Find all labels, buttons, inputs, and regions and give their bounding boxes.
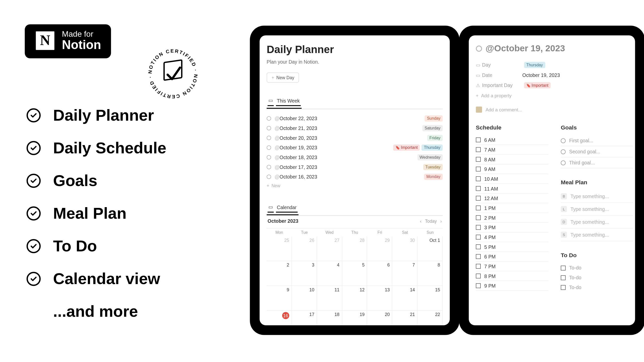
new-row-button[interactable]: +New	[267, 182, 443, 190]
meal-row[interactable]: DType something...	[561, 216, 633, 229]
calendar-cell[interactable]: 30	[392, 237, 418, 261]
checkbox-icon[interactable]	[476, 274, 481, 278]
checkbox-icon[interactable]	[476, 196, 481, 201]
calendar-cell[interactable]: 26	[292, 237, 317, 261]
new-day-button[interactable]: +New Day	[267, 72, 299, 82]
schedule-row[interactable]: 7 PM	[476, 262, 548, 272]
prop-date-value[interactable]: October 19, 2023	[522, 72, 560, 78]
calendar-cell[interactable]: 10	[292, 286, 317, 310]
radio-icon[interactable]	[561, 149, 566, 154]
add-comment-button[interactable]: Add a comment...	[476, 103, 633, 116]
checkbox-icon[interactable]	[476, 205, 481, 210]
goal-row[interactable]: First goal...	[561, 135, 633, 146]
checkbox-icon[interactable]	[476, 235, 481, 239]
meal-plan-heading: Meal Plan	[561, 179, 633, 186]
calendar-cell[interactable]: 22	[418, 311, 443, 325]
meal-row[interactable]: SType something...	[561, 229, 633, 241]
calendar-prev-icon[interactable]: ‹	[420, 218, 421, 223]
schedule-row[interactable]: 2 PM	[476, 213, 548, 223]
schedule-row[interactable]: 9 AM	[476, 164, 548, 174]
week-row[interactable]: October 22, 2023Sunday	[267, 114, 443, 123]
calendar-cell[interactable]: 4	[317, 261, 342, 286]
calendar-cell[interactable]: 15	[418, 286, 443, 310]
calendar-cell[interactable]: 7	[392, 261, 418, 286]
tab-this-week[interactable]: ▭This Week	[267, 94, 301, 109]
checkbox-icon[interactable]	[476, 215, 481, 220]
schedule-row[interactable]: 3 PM	[476, 223, 548, 233]
calendar-cell[interactable]: Oct 1	[418, 237, 443, 261]
week-row[interactable]: October 16, 2023Monday	[267, 172, 443, 182]
calendar-cell[interactable]: 11	[317, 286, 342, 310]
checkbox-icon[interactable]	[476, 244, 481, 249]
schedule-row[interactable]: 1 PM	[476, 203, 548, 213]
week-row[interactable]: October 18, 2023Wednesday	[267, 153, 443, 162]
week-row[interactable]: October 19, 2023ImportantThursday	[267, 143, 443, 153]
schedule-row[interactable]: 8 AM	[476, 155, 548, 164]
calendar-cell[interactable]: 27	[317, 237, 342, 261]
todo-row[interactable]: To-do	[561, 273, 633, 283]
checkbox-icon[interactable]	[476, 264, 481, 269]
schedule-row[interactable]: 10 AM	[476, 174, 548, 184]
calendar-cell[interactable]: 28	[342, 237, 367, 261]
week-row[interactable]: October 21, 2023Saturday	[267, 123, 443, 133]
checkbox-icon[interactable]	[561, 275, 566, 280]
prop-important-value[interactable]: Important	[524, 82, 551, 88]
radio-icon[interactable]	[561, 160, 566, 165]
week-row[interactable]: October 17, 2023Tuesday	[267, 162, 443, 172]
schedule-row[interactable]: 6 AM	[476, 135, 548, 145]
check-icon	[26, 206, 41, 220]
calendar-cell[interactable]: 6	[367, 261, 392, 286]
goal-row[interactable]: Second goal...	[561, 146, 633, 157]
checkbox-icon[interactable]	[476, 254, 481, 259]
checkbox-icon[interactable]	[476, 147, 481, 152]
calendar-cell[interactable]: 19	[342, 311, 367, 325]
calendar-cell[interactable]: 5	[342, 261, 367, 286]
schedule-row[interactable]: 5 PM	[476, 242, 548, 252]
calendar-cell[interactable]: 18	[317, 311, 342, 325]
schedule-row[interactable]: 8 PM	[476, 271, 548, 281]
calendar-cell[interactable]: 13	[367, 286, 392, 310]
checkbox-icon[interactable]	[476, 176, 481, 181]
today-button[interactable]: Today	[425, 218, 437, 223]
tablet-planner: Daily Planner Plan your Day in Notion. +…	[250, 26, 459, 335]
calendar-cell[interactable]: 20	[367, 311, 392, 325]
schedule-row[interactable]: 6 PM	[476, 252, 548, 262]
checkbox-icon[interactable]	[476, 167, 481, 171]
calendar-cell[interactable]: 14	[392, 286, 418, 310]
radio-icon[interactable]	[561, 138, 566, 143]
calendar-cell[interactable]: 12	[342, 286, 367, 310]
calendar-cell[interactable]: 25	[267, 237, 292, 261]
meal-row[interactable]: LType something...	[561, 203, 633, 216]
calendar-cell[interactable]: 29	[367, 237, 392, 261]
todo-row[interactable]: To-do	[561, 282, 633, 292]
checkbox-icon[interactable]	[476, 186, 481, 191]
schedule-row[interactable]: 12 AM	[476, 194, 548, 203]
add-property-button[interactable]: +Add a property	[476, 90, 633, 100]
schedule-row[interactable]: 4 PM	[476, 233, 548, 242]
checkbox-icon[interactable]	[476, 283, 481, 288]
calendar-cell[interactable]: 3	[292, 261, 317, 286]
day-tag: Monday	[424, 174, 443, 180]
calendar-cell[interactable]: 8	[418, 261, 443, 286]
meal-row[interactable]: BType something...	[561, 190, 633, 203]
goal-row[interactable]: Third goal...	[561, 157, 633, 168]
week-row[interactable]: October 20, 2023Friday	[267, 133, 443, 143]
checkbox-icon[interactable]	[561, 285, 566, 290]
checkbox-icon[interactable]	[476, 157, 481, 162]
calendar-cell[interactable]: 2	[267, 261, 292, 286]
calendar-cell[interactable]: 17	[292, 311, 317, 325]
calendar-cell[interactable]: 9	[267, 286, 292, 310]
tab-calendar[interactable]: ▭Calendar	[267, 201, 298, 215]
meal-badge-icon: D	[561, 219, 567, 225]
calendar-cell[interactable]: 21	[392, 311, 418, 325]
todo-row[interactable]: To-do	[561, 263, 633, 273]
checkbox-icon[interactable]	[476, 225, 481, 230]
checkbox-icon[interactable]	[561, 265, 566, 270]
calendar-cell[interactable]: 16	[267, 311, 292, 325]
schedule-row[interactable]: 11 AM	[476, 184, 548, 194]
schedule-row[interactable]: 7 AM	[476, 145, 548, 155]
calendar-next-icon[interactable]: ›	[440, 218, 442, 223]
prop-day-value[interactable]: Thursday	[524, 62, 545, 68]
checkbox-icon[interactable]	[476, 138, 481, 142]
schedule-row[interactable]: 9 PM	[476, 281, 548, 291]
